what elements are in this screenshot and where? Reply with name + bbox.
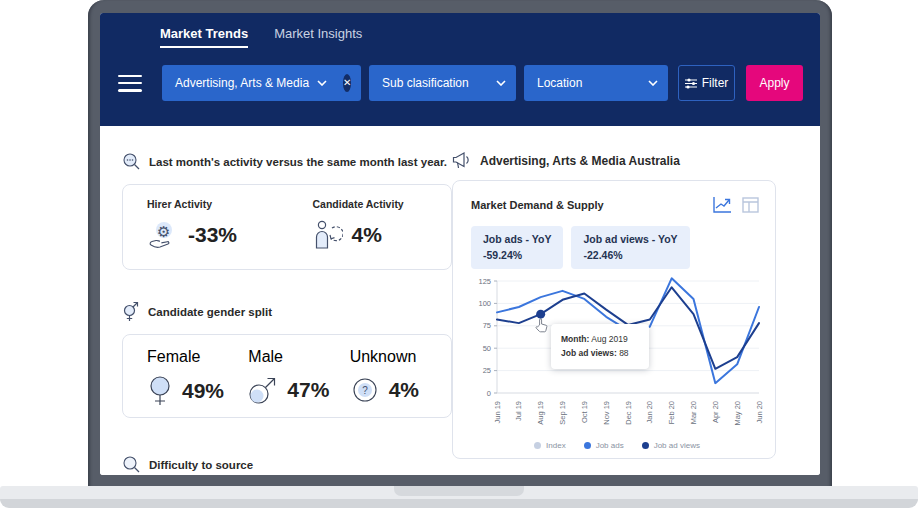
market-panel-heading: Advertising, Arts & Media Australia bbox=[452, 152, 798, 170]
tab-market-trends[interactable]: Market Trends bbox=[160, 26, 248, 48]
tab-market-insights[interactable]: Market Insights bbox=[274, 26, 362, 46]
unknown-value: 4% bbox=[389, 378, 419, 402]
classification-dropdown[interactable]: Advertising, Arts & Media ✕ bbox=[162, 65, 361, 101]
tooltip-month-label: Month: bbox=[561, 334, 589, 344]
male-label: Male bbox=[248, 348, 349, 366]
svg-text:100: 100 bbox=[478, 299, 491, 308]
svg-text:Dec 19: Dec 19 bbox=[624, 401, 633, 425]
female-value: 49% bbox=[182, 379, 224, 403]
market-card: Market Demand & Supply bbox=[452, 180, 776, 459]
activity-card: Hirer Activity ⚙ -33% Candida bbox=[122, 184, 452, 270]
job-ads-yoy-label: Job ads - YoY bbox=[483, 233, 551, 245]
job-ads-yoy-value: -59.24% bbox=[483, 249, 551, 261]
svg-text:⚙: ⚙ bbox=[157, 223, 170, 240]
job-ad-views-yoy-value: -22.46% bbox=[583, 249, 677, 261]
tooltip-month-value: Aug 2019 bbox=[591, 334, 627, 344]
legend-item-index[interactable]: Index bbox=[534, 441, 566, 450]
line-chart-icon[interactable] bbox=[713, 196, 732, 213]
female-icon bbox=[147, 375, 173, 407]
svg-text:May 20: May 20 bbox=[733, 401, 742, 426]
market-chart[interactable]: 0255075100125Jun 19Jul 19Aug 19Sep 19Oct… bbox=[471, 275, 763, 450]
chevron-down-icon bbox=[648, 80, 658, 86]
sliders-icon bbox=[685, 78, 697, 89]
right-column: Advertising, Arts & Media Australia Mark… bbox=[452, 126, 820, 475]
left-column: Last month's activity versus the same mo… bbox=[100, 126, 452, 475]
svg-text:?: ? bbox=[362, 385, 368, 396]
candidate-activity-label: Candidate Activity bbox=[313, 198, 452, 210]
male-stat: Male 47% bbox=[248, 348, 349, 417]
filter-bar: Advertising, Arts & Media ✕ Sub clasific… bbox=[100, 65, 820, 101]
megaphone-icon bbox=[452, 152, 472, 170]
laptop-mockup: Market Trends Market Insights Advertisin… bbox=[0, 0, 918, 508]
hirer-activity-stat: Hirer Activity ⚙ -33% bbox=[147, 198, 286, 269]
svg-text:Apr 20: Apr 20 bbox=[711, 401, 720, 423]
gender-card: Female 49% Male bbox=[122, 334, 452, 418]
magnifier-icon bbox=[122, 455, 141, 474]
svg-text:Mar 20: Mar 20 bbox=[689, 401, 698, 424]
svg-text:Aug 19: Aug 19 bbox=[536, 401, 545, 425]
legend-label: Index bbox=[546, 441, 566, 450]
svg-text:75: 75 bbox=[483, 321, 491, 330]
sub-classification-dropdown[interactable]: Sub clasification bbox=[369, 65, 516, 101]
sub-classification-placeholder: Sub clasification bbox=[382, 76, 488, 90]
gender-section-heading: Candidate gender split bbox=[122, 301, 452, 322]
app-window: Market Trends Market Insights Advertisin… bbox=[100, 13, 820, 475]
apply-button[interactable]: Apply bbox=[746, 65, 803, 101]
hirer-activity-value: -33% bbox=[188, 223, 237, 247]
tab-bar: Market Trends Market Insights bbox=[100, 26, 820, 48]
svg-text:50: 50 bbox=[483, 344, 491, 353]
legend-label: Job ad views bbox=[654, 441, 700, 450]
legend-label: Job ads bbox=[596, 441, 624, 450]
laptop-notch bbox=[394, 486, 524, 496]
person-refresh-icon bbox=[313, 219, 343, 251]
legend-dot bbox=[642, 442, 649, 449]
job-ads-yoy-chip: Job ads - YoY -59.24% bbox=[471, 226, 563, 269]
x-circle-icon[interactable]: ✕ bbox=[343, 74, 351, 92]
svg-text:25: 25 bbox=[483, 366, 491, 375]
unknown-label: Unknown bbox=[350, 348, 451, 366]
legend-item-job-ads[interactable]: Job ads bbox=[584, 441, 624, 450]
magnifier-dots-icon bbox=[122, 152, 141, 171]
candidate-activity-value: 4% bbox=[352, 223, 382, 247]
female-label: Female bbox=[147, 348, 248, 366]
question-icon: ? bbox=[350, 375, 380, 405]
svg-text:Jun 19: Jun 19 bbox=[493, 401, 502, 424]
svg-text:125: 125 bbox=[478, 277, 491, 286]
candidate-activity-stat: Candidate Activity 4% bbox=[313, 198, 452, 269]
unknown-stat: Unknown ? 4% bbox=[350, 348, 451, 417]
job-ad-views-yoy-label: Job ad views - YoY bbox=[583, 233, 677, 245]
market-card-title: Market Demand & Supply bbox=[471, 199, 713, 211]
legend-dot bbox=[584, 442, 591, 449]
filter-button[interactable]: Filter bbox=[678, 65, 735, 101]
female-stat: Female 49% bbox=[147, 348, 248, 417]
market-panel-title: Advertising, Arts & Media Australia bbox=[480, 154, 680, 168]
chart-tooltip: Month: Aug 2019 Job ad views: 88 bbox=[551, 324, 649, 369]
chevron-down-icon bbox=[496, 80, 506, 86]
male-icon bbox=[248, 375, 278, 405]
chart-legend[interactable]: IndexJob adsJob ad views bbox=[471, 441, 763, 450]
svg-text:0: 0 bbox=[487, 389, 491, 398]
activity-section-title: Last month's activity versus the same mo… bbox=[149, 156, 447, 168]
app-header: Market Trends Market Insights Advertisin… bbox=[100, 13, 820, 126]
activity-section-heading: Last month's activity versus the same mo… bbox=[122, 152, 452, 171]
location-dropdown[interactable]: Location bbox=[524, 65, 668, 101]
table-icon[interactable] bbox=[742, 197, 759, 213]
laptop-base-lip bbox=[0, 499, 918, 508]
legend-dot bbox=[534, 442, 541, 449]
job-ad-views-yoy-chip: Job ad views - YoY -22.46% bbox=[571, 226, 689, 269]
hamburger-icon[interactable] bbox=[118, 75, 142, 92]
hirer-activity-label: Hirer Activity bbox=[147, 198, 286, 210]
difficulty-section-title: Difficulty to source bbox=[149, 459, 253, 471]
svg-text:Jan 20: Jan 20 bbox=[645, 401, 654, 424]
tooltip-views-value: 88 bbox=[619, 348, 628, 358]
chevron-down-icon bbox=[317, 80, 327, 86]
svg-text:Jun 20: Jun 20 bbox=[755, 401, 764, 424]
hand-cursor-icon bbox=[534, 318, 550, 334]
svg-text:Nov 19: Nov 19 bbox=[602, 401, 611, 425]
yoy-chips: Job ads - YoY -59.24% Job ad views - YoY… bbox=[471, 226, 759, 269]
classification-value: Advertising, Arts & Media bbox=[175, 76, 309, 90]
svg-text:Feb 20: Feb 20 bbox=[667, 401, 676, 424]
legend-item-job-ad-views[interactable]: Job ad views bbox=[642, 441, 700, 450]
filter-button-label: Filter bbox=[702, 76, 729, 90]
male-value: 47% bbox=[287, 378, 329, 402]
